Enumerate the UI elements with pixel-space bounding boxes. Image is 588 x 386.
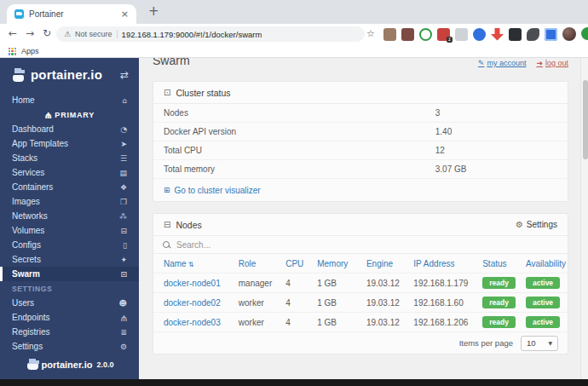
node-role: manager <box>239 279 285 288</box>
tab-close-icon[interactable]: × <box>121 9 129 20</box>
node-name-link[interactable]: docker-node02 <box>164 298 239 308</box>
images-icon: ❐ <box>120 198 127 206</box>
node-name-link[interactable]: docker-node01 <box>164 279 239 288</box>
extension-icon[interactable] <box>401 28 414 41</box>
node-cpu: 4 <box>285 298 317 308</box>
panel-title: Nodes <box>176 220 201 230</box>
extension-icon[interactable] <box>455 28 468 41</box>
page-size-select[interactable]: 10 ▼ <box>521 336 558 351</box>
sidebar: portainer.io ⇄ Home ⌂ Ψ PRIMARY Dashboar… <box>0 58 139 379</box>
column-cpu[interactable]: CPU <box>285 259 317 268</box>
nodes-panel: ⊟ Nodes ⚙ Settings Name⇅ Role CPU Memory <box>153 213 568 354</box>
stacks-icon: ☰ <box>120 154 127 163</box>
security-label[interactable]: Not secure <box>75 30 112 38</box>
sidebar-item-endpoints[interactable]: EndpointsΨ <box>0 310 139 325</box>
address-divider <box>117 30 118 38</box>
nodes-header: ⊟ Nodes ⚙ Settings <box>153 214 568 236</box>
download-extension-icon[interactable] <box>491 28 504 41</box>
search-input[interactable] <box>176 240 364 250</box>
sidebar-item-dashboard[interactable]: Dashboard◔ <box>0 122 139 136</box>
address-bar[interactable]: ⚠ Not secure 192.168.1.179:9000/#!/1/doc… <box>56 26 365 42</box>
node-engine: 19.03.12 <box>366 279 413 288</box>
scrollbar-thumb[interactable] <box>583 80 588 159</box>
extensions-row: 1 <box>383 27 576 41</box>
new-tab-button[interactable]: + <box>148 3 159 19</box>
sidebar-item-volumes[interactable]: Volumes⊟ <box>0 223 139 238</box>
sidebar-item-label: Registries <box>12 327 49 337</box>
sidebar-item-home[interactable]: Home ⌂ <box>0 93 139 107</box>
scrollbar[interactable] <box>580 58 588 379</box>
cluster-visualizer-link[interactable]: ⊞ Go to cluster visualizer <box>153 179 568 201</box>
bookmark-star-icon[interactable]: ☆ <box>366 28 375 39</box>
visualizer-icon: ⊞ <box>164 186 170 194</box>
status-badge: ready <box>482 316 516 328</box>
sidebar-item-settings[interactable]: Settings⚙ <box>0 339 139 354</box>
sidebar-item-secrets[interactable]: Secrets✦ <box>0 252 139 267</box>
node-ip: 192.168.1.179 <box>413 279 482 288</box>
row-value: 3.07 GB <box>435 164 467 174</box>
sidebar-item-configs[interactable]: Configs▯ <box>0 238 139 252</box>
logout-icon: ➜ <box>536 59 543 67</box>
extension-icon[interactable] <box>527 28 539 41</box>
back-icon[interactable]: ← <box>9 27 17 39</box>
sidebar-item-containers[interactable]: Containers❖ <box>0 180 139 194</box>
node-name-link[interactable]: docker-node03 <box>164 318 239 327</box>
sort-icon: ⇅ <box>188 261 194 268</box>
extension-icon[interactable]: 1 <box>437 28 450 41</box>
column-availability[interactable]: Availability <box>526 259 557 268</box>
app-version: 2.0.0 <box>96 360 113 369</box>
sidebar-logo-row: portainer.io ⇄ <box>0 58 139 93</box>
node-cpu: 4 <box>285 279 317 288</box>
networks-icon: ⁂ <box>119 212 127 221</box>
sidebar-item-stacks[interactable]: Stacks☰ <box>0 151 139 165</box>
column-role[interactable]: Role <box>239 259 285 268</box>
my-account-link[interactable]: ✎my account <box>478 58 527 67</box>
url-text[interactable]: 192.168.1.179:9000/#!/1/docker/swarm <box>122 30 262 39</box>
extension-icon[interactable] <box>419 28 432 41</box>
sidebar-item-label: Configs <box>12 240 41 250</box>
node-memory: 1 GB <box>317 318 366 327</box>
extension-icon[interactable] <box>473 28 486 41</box>
gear-icon: ⚙ <box>516 220 523 229</box>
reload-icon[interactable]: ↻ <box>43 27 51 39</box>
row-label: Nodes <box>164 108 435 118</box>
sidebar-item-services[interactable]: Services▤ <box>0 165 139 180</box>
sidebar-item-label: Endpoints <box>12 313 49 322</box>
log-out-link[interactable]: ➜log out <box>536 58 568 67</box>
column-status[interactable]: Status <box>482 259 526 268</box>
endpoint-name-row[interactable]: Ψ PRIMARY <box>0 107 139 122</box>
cluster-row-nodes: Nodes 3 <box>153 104 568 123</box>
sidebar-item-users[interactable]: Users☻ <box>0 296 139 310</box>
remote-desktop-extension-icon[interactable] <box>545 28 557 41</box>
extension-icon[interactable] <box>509 28 522 41</box>
sidebar-item-label: Secrets <box>12 255 41 264</box>
sidebar-item-app-templates[interactable]: App Templates➤ <box>0 136 139 151</box>
table-row: docker-node02 worker 4 1 GB 19.03.12 192… <box>153 292 568 312</box>
column-ip[interactable]: IP Address <box>413 259 482 268</box>
sidebar-collapse-icon[interactable]: ⇄ <box>120 69 129 81</box>
sidebar-item-registries[interactable]: Registries≣ <box>0 325 139 339</box>
taskbar-strip <box>0 379 588 386</box>
column-engine[interactable]: Engine <box>366 259 413 268</box>
column-memory[interactable]: Memory <box>317 259 366 268</box>
cluster-row-total-cpu: Total CPU 12 <box>153 141 568 160</box>
column-name[interactable]: Name⇅ <box>164 259 239 268</box>
apps-bookmark[interactable]: Apps <box>21 47 39 55</box>
forward-icon[interactable]: → <box>26 27 34 39</box>
configs-icon: ▯ <box>123 241 127 250</box>
browser-tab[interactable]: Portainer × <box>7 4 136 24</box>
table-footer: Items per page 10 ▼ <box>153 331 568 354</box>
sidebar-item-swarm[interactable]: Swarm⊡ <box>0 267 139 281</box>
settings-section-header: SETTINGS <box>0 281 139 296</box>
node-role: worker <box>239 318 285 327</box>
search-icon <box>163 241 170 249</box>
table-settings-button[interactable]: ⚙ Settings <box>516 220 557 229</box>
sidebar-item-images[interactable]: Images❐ <box>0 194 139 209</box>
node-engine: 19.03.12 <box>366 298 413 308</box>
table-row: docker-node01 manager 4 1 GB 19.03.12 19… <box>153 273 568 292</box>
profile-avatar[interactable] <box>562 27 576 41</box>
extension-icon[interactable] <box>383 28 396 41</box>
edge-extension-icon[interactable] <box>581 27 588 40</box>
sidebar-item-networks[interactable]: Networks⁂ <box>0 209 139 223</box>
extension-badge: 1 <box>447 37 453 43</box>
